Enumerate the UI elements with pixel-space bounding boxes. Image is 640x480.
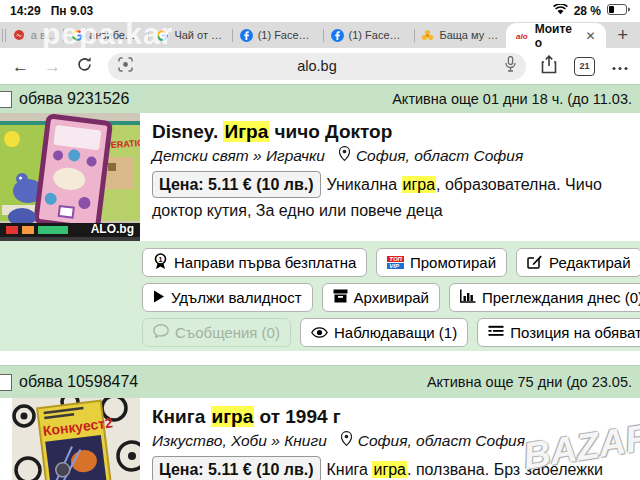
eye-icon <box>311 324 328 341</box>
tab-label: а вч 9 <box>31 29 57 41</box>
tab-google-2[interactable]: Чай от суш <box>149 22 231 48</box>
forward-icon[interactable]: → <box>44 58 61 75</box>
location-pin-icon <box>341 431 352 450</box>
listing2-price: Цена: 5.11 € (10 лв.) <box>152 456 321 480</box>
google-icon <box>156 29 169 42</box>
highlight: игра <box>402 176 437 193</box>
new-tab-button[interactable]: + <box>606 25 640 46</box>
watchers-button[interactable]: Наблюдаващи (1) <box>300 318 468 347</box>
edit-button[interactable]: Редактирай <box>516 248 640 277</box>
battery-icon <box>607 4 630 18</box>
alo-favicon-icon: alo <box>516 29 529 42</box>
listing1-id: обява 9231526 <box>19 90 129 108</box>
archive-icon <box>333 289 348 306</box>
browser-window: 14:29 Пн 9.03 28 % а вч 9 анзибел ме <box>0 0 640 480</box>
listing1-price: Цена: 5.11 € (10 лв.) <box>152 171 321 198</box>
tab-facebook-2[interactable]: (1) Facebook <box>324 22 414 48</box>
location-pin-icon <box>339 146 350 165</box>
archive-button[interactable]: Архивирай <box>322 283 440 312</box>
listing2-content: Конкуест2 Книга игра от 1994 г Изкуство,… <box>0 398 640 480</box>
address-bar[interactable]: alo.bg <box>108 53 526 80</box>
flower-favicon-icon <box>421 29 434 42</box>
listing1-location: София, област София <box>356 147 523 165</box>
top-vip-icon: ТОПVIP <box>387 256 404 269</box>
battery-percent: 28 % <box>574 4 601 18</box>
tab-label: (1) Facebook <box>258 29 316 41</box>
edit-icon <box>527 254 543 272</box>
listing2-checkbox[interactable] <box>0 374 12 391</box>
tab-label: анзибел ме <box>89 29 141 41</box>
listing1-checkbox[interactable] <box>0 91 12 108</box>
facebook-icon <box>331 29 344 42</box>
chat-icon <box>153 324 169 341</box>
make-first-free-button[interactable]: 1 Направи първа безплатна <box>142 248 367 277</box>
listing1-photo[interactable]: OPERATION ALO.bg <box>0 113 140 241</box>
tab-separator <box>2 29 3 42</box>
listing2-active-status: Активна още 75 дни (до 23.05. <box>427 374 632 390</box>
listing2-title[interactable]: Книга игра от 1994 г <box>152 405 640 429</box>
browser-toolbar: ← → alo.bg 21 <box>0 48 640 84</box>
listing1-header-bar: обява 9231526 Активна още 01 дни 18 ч. (… <box>0 84 640 113</box>
listing1-active-status: Активна още 01 дни 18 ч. (до 11.03. <box>392 91 632 107</box>
list-icon <box>488 324 504 341</box>
listing1-title[interactable]: Disney. Игра чичо Доктор <box>152 120 640 144</box>
tab-label: (1) Facebook <box>349 29 407 41</box>
highlight: Игра <box>223 121 269 142</box>
tab-bashta[interactable]: Баща му е М <box>414 22 505 48</box>
messages-button[interactable]: Съобщения (0) <box>142 318 291 347</box>
svg-text:1: 1 <box>159 255 163 262</box>
position-button[interactable]: Позиция на обявата <box>477 318 640 347</box>
tab-obscured[interactable]: а вч 9 <box>6 22 64 48</box>
tab-label: Чай от суш <box>174 29 224 41</box>
medal-icon: 1 <box>153 253 168 273</box>
promote-button[interactable]: ТОПVIP Промотирай <box>376 248 507 277</box>
facebook-icon <box>240 29 253 42</box>
listing2-photo[interactable]: Конкуест2 <box>12 398 140 480</box>
tab-strip: а вч 9 анзибел ме Чай от суш (1) Faceboo… <box>0 22 640 48</box>
tab-facebook-1[interactable]: (1) Facebook <box>233 22 323 48</box>
tab-label: Моите о <box>535 22 576 50</box>
photo-watermark: ALO.bg <box>91 222 134 236</box>
wifi-icon <box>553 4 568 18</box>
clock: 14:29 <box>10 4 41 18</box>
svg-text:alo: alo <box>516 32 528 41</box>
highlight: игра <box>211 406 255 427</box>
status-bar: 14:29 Пн 9.03 28 % <box>0 0 640 22</box>
google-icon <box>71 29 84 42</box>
tab-switcher-icon[interactable]: 21 <box>574 57 595 76</box>
back-icon[interactable]: ← <box>12 58 29 75</box>
close-tab-icon[interactable]: ✕ <box>581 29 595 43</box>
red-favicon-icon <box>13 29 26 42</box>
views-today-button[interactable]: Преглеждания днес (0) <box>449 283 640 312</box>
reload-icon[interactable] <box>76 56 93 77</box>
menu-icon[interactable] <box>612 57 628 75</box>
share-icon[interactable] <box>541 55 557 78</box>
tab-label: Баща му е М <box>439 29 498 41</box>
tab-active-alo[interactable]: alo Моите о ✕ <box>506 23 606 48</box>
url-text[interactable]: alo.bg <box>108 58 526 74</box>
highlight: игра <box>372 461 407 478</box>
listing2-id: обява 10598474 <box>19 373 138 391</box>
tab-google-1[interactable]: анзибел ме <box>64 22 148 48</box>
listing1-actions: 1 Направи първа безплатна ТОПVIP Промоти… <box>0 241 640 351</box>
listing1-category[interactable]: Детски свят » Играчки <box>152 147 325 165</box>
listing2-location: София, област София <box>358 432 525 450</box>
listing1-content: OPERATION ALO.bg <box>0 113 640 241</box>
listing2-category[interactable]: Изкуство, Хоби » Книги <box>152 432 327 450</box>
section-gap <box>0 351 640 365</box>
bar-chart-icon <box>460 289 476 306</box>
listing2-header-bar: обява 10598474 Активна още 75 дни (до 23… <box>0 365 640 398</box>
extend-validity-button[interactable]: Удължи валидност <box>142 283 313 312</box>
play-icon <box>153 289 165 306</box>
date: Пн 9.03 <box>51 4 94 18</box>
